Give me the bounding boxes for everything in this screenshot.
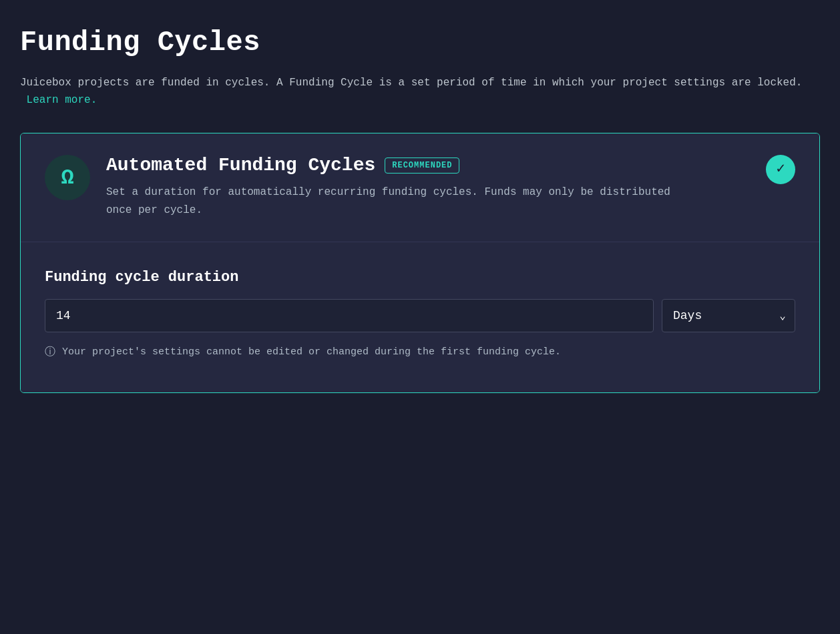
card-title: Automated Funding Cycles — [106, 155, 375, 176]
selected-indicator[interactable]: ✓ — [766, 155, 795, 184]
omega-icon: Ω — [61, 166, 73, 190]
info-icon: ⓘ — [45, 345, 55, 359]
learn-more-link[interactable]: Learn more. — [27, 94, 97, 106]
info-row: ⓘ Your project's settings cannot be edit… — [45, 344, 795, 360]
card-top-section: Ω Automated Funding Cycles RECOMMENDED S… — [21, 133, 819, 242]
description-text: Juicebox projects are funded in cycles. … — [20, 77, 802, 89]
unit-select[interactable]: Days Weeks Months — [662, 299, 795, 332]
card-top-left: Ω Automated Funding Cycles RECOMMENDED S… — [45, 155, 674, 220]
duration-input-row: Days Weeks Months ⌄ — [45, 299, 795, 332]
duration-input[interactable] — [45, 299, 654, 332]
page-description: Juicebox projects are funded in cycles. … — [20, 75, 820, 109]
card-top-content: Automated Funding Cycles RECOMMENDED Set… — [106, 155, 674, 220]
funding-cycles-card: Ω Automated Funding Cycles RECOMMENDED S… — [20, 133, 820, 392]
check-icon: ✓ — [776, 162, 785, 177]
unit-select-wrapper: Days Weeks Months ⌄ — [662, 299, 795, 332]
omega-icon-circle: Ω — [45, 155, 90, 200]
recommended-badge: RECOMMENDED — [385, 157, 459, 174]
duration-label: Funding cycle duration — [45, 269, 795, 286]
info-text: Your project's settings cannot be edited… — [62, 344, 561, 360]
card-title-row: Automated Funding Cycles RECOMMENDED — [106, 155, 674, 176]
page-title: Funding Cycles — [20, 27, 820, 59]
card-description: Set a duration for automatically recurri… — [106, 184, 674, 220]
card-bottom-section: Funding cycle duration Days Weeks Months… — [21, 242, 819, 392]
